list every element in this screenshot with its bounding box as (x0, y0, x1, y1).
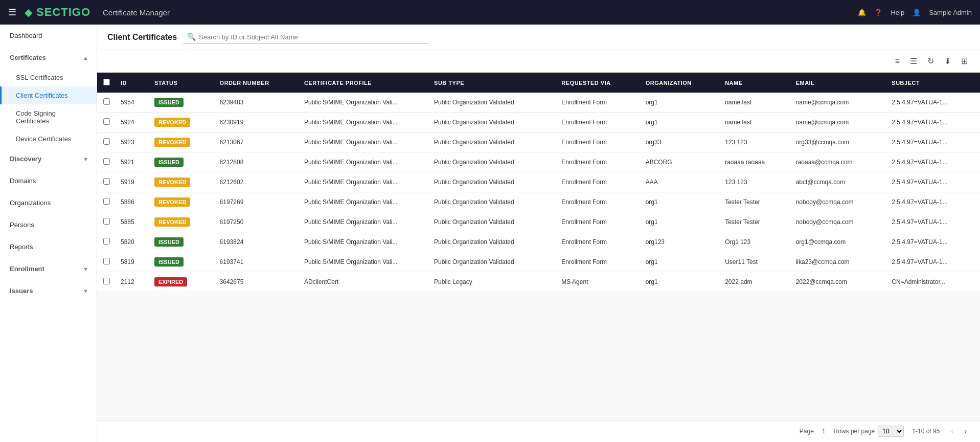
row-checkbox[interactable] (103, 258, 110, 264)
cell-name: Org1 123 (720, 232, 791, 252)
th-organization[interactable]: ORGANIZATION (641, 73, 720, 93)
row-checkbox[interactable] (103, 198, 110, 205)
sidebar-item-reports[interactable]: Reports (0, 236, 97, 258)
cell-requested-via: Enrollment Form (556, 192, 640, 212)
rows-per-page-select[interactable]: 10 25 50 100 (878, 426, 904, 437)
row-checkbox[interactable] (103, 98, 110, 105)
cell-id: 5885 (116, 212, 149, 232)
cell-requested-via: Enrollment Form (556, 212, 640, 232)
cell-requested-via: Enrollment Form (556, 132, 640, 152)
th-status[interactable]: STATUS (149, 73, 215, 93)
sectigo-logo-icon: ◆ (25, 6, 32, 18)
topnav: ☰ ◆ SECTIGO Certificate Manager 🔔 ❓ Help… (0, 0, 980, 25)
row-checkbox[interactable] (103, 238, 110, 245)
row-checkbox[interactable] (103, 278, 110, 284)
sidebar-item-persons[interactable]: Persons (0, 214, 97, 236)
sidebar-item-certificates[interactable]: Certificates ▲ (0, 47, 97, 69)
table-row[interactable]: 5923 REVOKED 6213067 Public S/MIME Organ… (97, 132, 980, 152)
download-icon[interactable]: ⬇ (942, 54, 953, 68)
sidebar-item-discovery[interactable]: Discovery ▼ (0, 148, 97, 170)
row-checkbox[interactable] (103, 138, 110, 145)
table-row[interactable]: 2112 EXPIRED 3642675 ADclientCert Public… (97, 272, 980, 292)
refresh-icon[interactable]: ↻ (925, 54, 936, 68)
cell-order-number: 6239483 (215, 93, 299, 113)
th-name[interactable]: NAME (720, 73, 791, 93)
table-row[interactable]: 5954 ISSUED 6239483 Public S/MIME Organi… (97, 93, 980, 113)
cell-sub-type: Public Organization Validated (429, 172, 556, 192)
cell-name: 123 123 (720, 172, 791, 192)
th-email[interactable]: EMAIL (791, 73, 887, 93)
row-checkbox[interactable] (103, 178, 110, 185)
cell-order-number: 6213067 (215, 132, 299, 152)
columns-icon[interactable]: ☰ (908, 54, 919, 68)
grid-icon[interactable]: ⊞ (959, 54, 970, 68)
cell-cert-profile: Public S/MIME Organization Vali... (299, 113, 429, 132)
page-number: 1 (822, 428, 826, 435)
help-label[interactable]: Help (891, 9, 904, 16)
th-id[interactable]: ID (116, 73, 149, 93)
sidebar: Dashboard Certificates ▲ SSL Certificate… (0, 25, 97, 442)
cell-organization: org1 (641, 212, 720, 232)
notifications-icon[interactable]: 🔔 (858, 9, 866, 16)
table-row[interactable]: 5919 REVOKED 6212602 Public S/MIME Organ… (97, 172, 980, 192)
app-title: Certificate Manager (103, 8, 170, 17)
row-checkbox-cell (97, 172, 116, 192)
cell-cert-profile: Public S/MIME Organization Vali... (299, 152, 429, 172)
cell-cert-profile: Public S/MIME Organization Vali... (299, 93, 429, 113)
cell-requested-via: Enrollment Form (556, 93, 640, 113)
status-badge: REVOKED (154, 138, 190, 147)
row-checkbox[interactable] (103, 218, 110, 225)
sidebar-item-client[interactable]: Client Certificates (0, 86, 97, 104)
th-subject[interactable]: SUBJECT (886, 73, 980, 93)
next-page-button[interactable]: › (961, 426, 970, 437)
logo: ◆ SECTIGO (25, 6, 90, 19)
cell-requested-via: Enrollment Form (556, 113, 640, 132)
th-cert-profile[interactable]: CERTIFICATE PROFILE (299, 73, 429, 93)
row-checkbox-cell (97, 252, 116, 272)
chevron-down-icon-issuers: ▼ (83, 288, 88, 294)
row-checkbox[interactable] (103, 118, 110, 125)
select-all-checkbox[interactable] (103, 79, 110, 85)
status-badge: REVOKED (154, 197, 190, 207)
sidebar-item-device[interactable]: Device Certificates (0, 130, 97, 148)
table-row[interactable]: 5924 REVOKED 6230919 Public S/MIME Organ… (97, 113, 980, 132)
cell-order-number: 6212808 (215, 152, 299, 172)
table-row[interactable]: 5885 REVOKED 6197250 Public S/MIME Organ… (97, 212, 980, 232)
sidebar-item-ssl[interactable]: SSL Certificates (0, 69, 97, 86)
cell-email: org33@ccmqa.com (791, 132, 887, 152)
cell-email: raoaaa@ccmqa.com (791, 152, 887, 172)
sidebar-item-enrollment[interactable]: Enrollment ▼ (0, 258, 97, 280)
cell-status: ISSUED (149, 93, 215, 113)
sectigo-logo-text: SECTIGO (36, 6, 90, 19)
search-icon: 🔍 (187, 33, 196, 41)
cell-email: name@ccmqa.com (791, 113, 887, 132)
sidebar-item-organizations[interactable]: Organizations (0, 192, 97, 214)
cell-order-number: 3642675 (215, 272, 299, 292)
prev-page-button[interactable]: ‹ (948, 426, 956, 437)
cell-requested-via: Enrollment Form (556, 172, 640, 192)
th-order-number[interactable]: ORDER NUMBER (215, 73, 299, 93)
help-icon[interactable]: ❓ (874, 9, 882, 16)
cell-sub-type: Public Organization Validated (429, 192, 556, 212)
table-row[interactable]: 5820 ISSUED 6193824 Public S/MIME Organi… (97, 232, 980, 252)
search-input[interactable] (199, 33, 424, 41)
menu-icon[interactable]: ☰ (8, 7, 16, 18)
cell-subject: 2.5.4.97=VATUA-1... (886, 192, 980, 212)
cell-subject: 2.5.4.97=VATUA-1... (886, 152, 980, 172)
sidebar-item-domains[interactable]: Domains (0, 170, 97, 192)
sidebar-item-issuers[interactable]: Issuers ▼ (0, 280, 97, 302)
sidebar-item-codesigning[interactable]: Code Signing Certificates (0, 104, 97, 130)
cell-organization: org123 (641, 232, 720, 252)
filter-icon[interactable]: ≡ (893, 55, 902, 68)
cell-order-number: 6197250 (215, 212, 299, 232)
table-row[interactable]: 5886 REVOKED 6197269 Public S/MIME Organ… (97, 192, 980, 212)
sidebar-item-dashboard[interactable]: Dashboard (0, 25, 97, 47)
th-requested-via[interactable]: REQUESTED VIA (556, 73, 640, 93)
th-sub-type[interactable]: SUB TYPE (429, 73, 556, 93)
cell-status: REVOKED (149, 113, 215, 132)
cell-organization: org1 (641, 192, 720, 212)
table-row[interactable]: 5921 ISSUED 6212808 Public S/MIME Organi… (97, 152, 980, 172)
table-row[interactable]: 5819 ISSUED 6193741 Public S/MIME Organi… (97, 252, 980, 272)
page-label: Page (800, 428, 814, 435)
row-checkbox[interactable] (103, 158, 110, 165)
